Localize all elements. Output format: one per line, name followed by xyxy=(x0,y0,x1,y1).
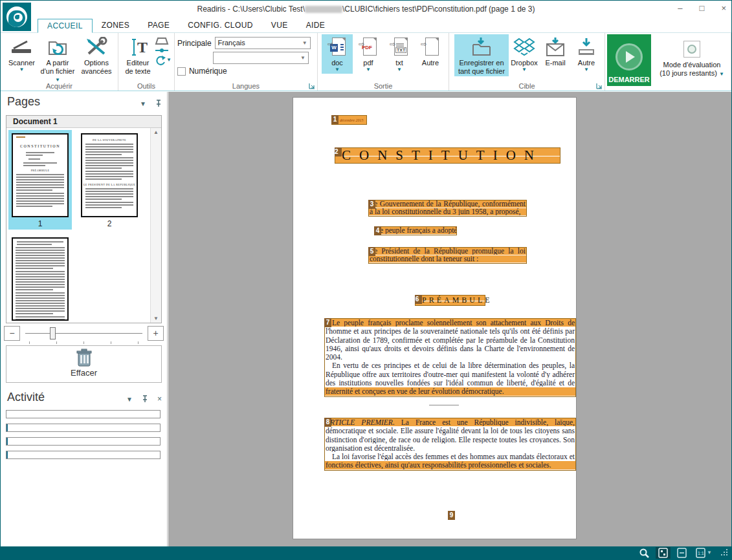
save-as-file-button[interactable]: Enregistrer en tant que fichier xyxy=(454,34,509,76)
redacted-path xyxy=(305,6,342,13)
output-pdf-button[interactable]: PDF ⇨ pdf ▼ xyxy=(353,34,384,74)
scanner-button[interactable]: Scanner ▼ xyxy=(6,34,38,74)
zone-number-badge: 9 xyxy=(448,511,455,520)
thumbnail-scrollbar[interactable]: ▲ ▼ xyxy=(150,128,161,323)
slider-handle[interactable] xyxy=(50,327,56,339)
advanced-options-button[interactable]: Options avancées xyxy=(78,34,115,76)
output-other-button[interactable]: ⇨ Autre xyxy=(415,34,446,69)
chevron-down-icon: ▼ xyxy=(719,71,724,77)
principale-label: Principale xyxy=(177,39,212,48)
window-title: Readiris - C:\Users\Clubic Test\\CLUBIC\… xyxy=(1,5,731,14)
ocr-zone-4[interactable]: 4Le peuple français a adopté, xyxy=(374,226,457,235)
ocr-zone-5[interactable]: 5Le Président de la République promulgue… xyxy=(368,247,527,264)
rotate-icon[interactable]: ▼ xyxy=(155,55,172,65)
progress-bar xyxy=(6,437,161,446)
open-file-icon xyxy=(46,36,69,59)
zoom-out-button[interactable]: − xyxy=(4,326,20,341)
chevron-down-icon: ▼ xyxy=(397,67,402,72)
numeric-checkbox[interactable] xyxy=(177,67,186,76)
page-thumbnail-1[interactable]: CONSTITUTION PRÉAMBULE 1 xyxy=(8,130,72,230)
evaluation-mode-button[interactable]: Mode d'évaluation(10 jours restants) ▼ xyxy=(656,34,728,78)
target-other-button[interactable]: Autre ▼ xyxy=(571,34,602,74)
scroll-down-icon[interactable]: ▼ xyxy=(153,316,159,321)
panel-menu-chevron-icon[interactable]: ▼ xyxy=(126,396,133,403)
page-thumbnail-2[interactable]: DE LA SOUVERAINETE LE PRESIDENT DE LA RE… xyxy=(78,130,141,230)
paragraph-separator xyxy=(429,405,459,405)
panel-menu-chevron-icon[interactable]: ▼ xyxy=(140,100,146,107)
chevron-down-icon: ▼ xyxy=(302,40,307,46)
slider-track[interactable] xyxy=(25,333,142,334)
chevron-down-icon: ▼ xyxy=(335,67,340,72)
chevron-down-icon: ▼ xyxy=(19,67,25,72)
main-language-select[interactable]: Français▼ xyxy=(215,37,311,49)
erase-dropzone[interactable]: Effacer xyxy=(6,345,162,383)
progress-bar xyxy=(6,451,161,459)
zoom-in-button[interactable]: + xyxy=(148,326,164,341)
page-thumbnail-3[interactable] xyxy=(8,234,72,323)
document-viewport[interactable]: 1décembre 20152CONSTITUTION3Le Gouvernem… xyxy=(168,92,731,546)
pin-icon[interactable] xyxy=(142,395,148,403)
ocr-zone-3[interactable]: 3Le Gouvernement de la République, confo… xyxy=(368,200,527,217)
tools-icon xyxy=(85,36,108,59)
ocr-zone-7[interactable]: 7Le peuple français proclame solennellem… xyxy=(324,318,576,397)
tab-zones[interactable]: ZONES xyxy=(93,19,139,32)
evaluation-icon xyxy=(683,41,700,58)
zoom-tool-icon[interactable] xyxy=(637,547,652,559)
activity-panel-header: Activité ▼ × xyxy=(1,388,167,409)
readiris-logo xyxy=(3,3,31,31)
zone-number-badge: 4 xyxy=(374,226,381,235)
activity-progress-bars xyxy=(1,410,167,464)
output-doc-button[interactable]: W ⇨ doc ▼ xyxy=(322,34,353,74)
scan-settings-icon[interactable] xyxy=(155,37,172,46)
tab-accueil[interactable]: ACCUEIL xyxy=(38,19,93,33)
erase-label: Effacer xyxy=(6,368,161,378)
ribbon: Scanner ▼ A partir d'un fichier ▼ Option… xyxy=(1,33,731,91)
document-list: Document 1 ▲ ▼ CONSTITUTION PRÉAMBULE 1 … xyxy=(6,115,162,323)
status-bar: 1:1 ▼ xyxy=(1,546,731,559)
tab-aide[interactable]: AIDE xyxy=(297,19,335,32)
minimize-button[interactable]: – xyxy=(678,3,682,13)
adjust-icon[interactable] xyxy=(155,48,172,53)
langues-dialog-launcher-icon[interactable] xyxy=(309,83,315,89)
svg-text:T: T xyxy=(137,39,148,56)
email-button[interactable]: E-mail xyxy=(540,34,571,69)
thumbnail-number: 2 xyxy=(78,219,141,230)
close-panel-icon[interactable]: × xyxy=(157,394,162,404)
fit-page-view-icon[interactable] xyxy=(656,547,671,559)
ribbon-tab-bar: ACCUEIL ZONES PAGE CONFIG. CLOUD VUE AID… xyxy=(1,19,731,33)
text-editor-button[interactable]: T Editeur de texte xyxy=(121,34,155,76)
output-txt-button[interactable]: TXT ⇨ txt ▼ xyxy=(384,34,415,74)
import-arrow-icon: ⇨ xyxy=(359,40,364,48)
from-file-button[interactable]: A partir d'un fichier ▼ xyxy=(38,34,78,85)
progress-bar xyxy=(6,410,161,418)
chevron-down-icon: ▼ xyxy=(584,67,589,72)
group-label-outils: Outils xyxy=(118,82,174,90)
close-button[interactable]: × xyxy=(721,3,726,13)
maximize-button[interactable]: □ xyxy=(700,3,705,13)
full-page-view-icon[interactable] xyxy=(674,547,689,559)
dropbox-button[interactable]: Dropbox ▼ xyxy=(509,34,540,74)
tab-config-cloud[interactable]: CONFIG. CLOUD xyxy=(179,19,262,32)
save-folder-icon xyxy=(470,36,493,59)
actual-size-icon[interactable]: 1:1 ▼ xyxy=(693,547,715,559)
zone-number-badge: 2 xyxy=(335,147,342,156)
ocr-zone-2[interactable]: 2CONSTITUTION xyxy=(335,147,560,164)
ocr-zone-6[interactable]: 6PRÉAMBULE xyxy=(415,295,485,306)
cible-dialog-launcher-icon[interactable] xyxy=(596,83,603,89)
resize-grip[interactable] xyxy=(721,549,729,557)
chevron-down-icon: ▼ xyxy=(522,67,527,72)
zone-number-badge: 5 xyxy=(368,247,375,256)
ocr-zone-1[interactable]: 1décembre 2015 xyxy=(331,115,367,125)
scroll-up-icon[interactable]: ▲ xyxy=(153,129,159,135)
zone-number-badge: 6 xyxy=(415,295,422,304)
document-group-header[interactable]: Document 1 xyxy=(6,116,161,128)
tab-page[interactable]: PAGE xyxy=(139,19,179,32)
ocr-zone-8[interactable]: 8ARTICLE PREMIER. La France est une Répu… xyxy=(324,418,576,471)
pin-icon[interactable] xyxy=(155,100,162,107)
tab-vue[interactable]: VUE xyxy=(262,19,297,32)
activity-panel-title: Activité xyxy=(7,391,45,404)
pages-panel-title: Pages xyxy=(7,95,40,109)
secondary-language-select[interactable]: ▼ xyxy=(213,52,309,64)
word-doc-icon: W ⇨ xyxy=(329,36,346,59)
start-button[interactable]: DEMARRER xyxy=(607,34,651,86)
